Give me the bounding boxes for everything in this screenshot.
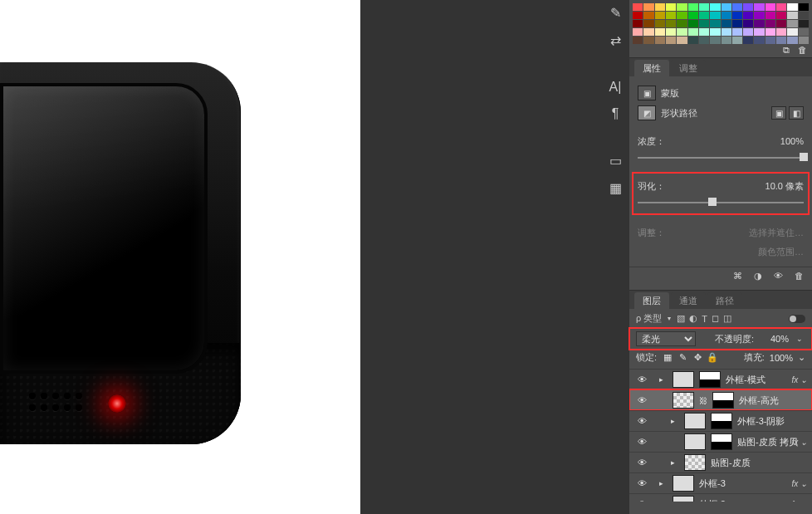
opacity-value[interactable] bbox=[759, 331, 789, 346]
device-body bbox=[0, 62, 241, 444]
properties-panel: 属性 调整 ▣ 蒙版 ◩ 形状路径 ▣ ◧ 浓度： 100% bbox=[629, 58, 812, 291]
tab-properties[interactable]: 属性 bbox=[634, 60, 669, 76]
artwork-preview bbox=[0, 62, 241, 457]
lock-position-icon[interactable]: ✥ bbox=[692, 352, 703, 363]
shape-path-label: 形状路径 bbox=[661, 107, 697, 120]
density-value[interactable]: 100% bbox=[780, 136, 804, 146]
visibility-icon[interactable]: 👁 bbox=[634, 416, 649, 426]
expand-arrow-icon[interactable]: ▸ bbox=[659, 375, 668, 384]
expand-arrow-icon[interactable]: ▸ bbox=[671, 417, 679, 425]
swatches-panel[interactable]: ⧉ 🗑 bbox=[629, 0, 812, 58]
mask-type-icon[interactable]: ▣ bbox=[638, 86, 656, 100]
properties-icon[interactable]: ▭ bbox=[609, 153, 622, 169]
mask-thumbnail[interactable] bbox=[712, 392, 734, 409]
new-swatch-icon[interactable]: ⧉ bbox=[783, 45, 790, 56]
type-icon[interactable]: A| bbox=[609, 80, 622, 95]
layers-tabs: 图层 通道 路径 bbox=[629, 291, 812, 309]
layer-thumbnail[interactable] bbox=[673, 371, 694, 388]
tab-info[interactable]: 调整 bbox=[671, 60, 706, 76]
refine-edge-button[interactable]: 选择并遮住… bbox=[749, 223, 804, 242]
lock-image-icon[interactable]: ✎ bbox=[677, 352, 688, 363]
blend-mode-row-highlight: 柔光 不透明度: ⌄ bbox=[629, 328, 812, 350]
adjust-icon[interactable]: ⇄ bbox=[610, 32, 621, 48]
feather-slider[interactable] bbox=[638, 196, 804, 211]
filter-pixel-icon[interactable]: ▧ bbox=[677, 313, 685, 324]
panel-stack: ⧉ 🗑 属性 调整 ▣ 蒙版 ◩ 形状路径 ▣ ◧ 浓度： bbox=[629, 0, 812, 514]
add-mask-button[interactable]: ◧ bbox=[789, 106, 804, 120]
opacity-label: 不透明度: bbox=[715, 333, 754, 345]
mask-thumbnail[interactable] bbox=[699, 371, 721, 388]
filter-toggle[interactable] bbox=[789, 315, 805, 323]
fx-badge[interactable]: fx ⌄ bbox=[791, 500, 807, 502]
tab-channels[interactable]: 通道 bbox=[671, 292, 706, 309]
mask-thumbnail[interactable] bbox=[711, 433, 732, 450]
layer-row[interactable]: 👁▸外框-3fx ⌄ bbox=[629, 472, 812, 493]
load-selection-icon[interactable]: ⌘ bbox=[733, 271, 742, 281]
brush-icon[interactable]: ✎ bbox=[610, 5, 621, 21]
expand-arrow-icon[interactable]: ▸ bbox=[659, 479, 668, 487]
filter-type-icon[interactable]: T bbox=[702, 314, 707, 324]
visibility-icon[interactable]: 👁 bbox=[634, 478, 649, 488]
fx-badge[interactable]: fx ⌄ bbox=[791, 375, 807, 384]
layer-row[interactable]: 👁▸外框-3-阴影 bbox=[629, 410, 812, 431]
mask-thumbnail[interactable] bbox=[711, 413, 732, 429]
expand-arrow-icon[interactable]: ▸ bbox=[659, 500, 668, 502]
tab-paths[interactable]: 路径 bbox=[707, 292, 742, 309]
filter-shape-icon[interactable]: ◻ bbox=[712, 313, 719, 324]
layers-icon[interactable]: ▦ bbox=[609, 180, 622, 196]
layer-filter-bar: ρ 类型 ▾ ▧ ◐ T ◻ ◫ bbox=[629, 309, 812, 328]
opacity-caret-icon[interactable]: ⌄ bbox=[794, 335, 805, 343]
properties-tabs: 属性 调整 bbox=[629, 58, 812, 76]
color-range-button[interactable]: 颜色范围… bbox=[638, 242, 804, 262]
layer-name[interactable]: 外框-高光 bbox=[739, 394, 812, 407]
density-label: 浓度： bbox=[638, 135, 671, 148]
select-mask-button[interactable]: ▣ bbox=[771, 106, 786, 120]
delete-mask-icon[interactable]: 🗑 bbox=[795, 271, 804, 281]
fill-caret-icon[interactable]: ⌄ bbox=[798, 352, 805, 363]
visibility-icon[interactable]: 👁 bbox=[634, 374, 649, 384]
layer-thumbnail[interactable] bbox=[684, 413, 706, 429]
layer-row[interactable]: 👁⛓外框-高光 bbox=[629, 389, 812, 410]
layer-list[interactable]: 👁▸外框-模式fx ⌄👁⛓外框-高光👁▸外框-3-阴影👁贴图-皮质 拷贝fx ⌄… bbox=[629, 369, 812, 502]
shape-path-icon[interactable]: ◩ bbox=[638, 105, 656, 120]
visibility-icon[interactable]: 👁 bbox=[634, 499, 649, 502]
lock-all-icon[interactable]: 🔒 bbox=[707, 352, 718, 363]
layer-row[interactable]: 👁▸贴图-皮质 bbox=[629, 452, 812, 472]
layer-thumbnail[interactable] bbox=[673, 496, 694, 502]
visibility-icon[interactable]: 👁 bbox=[634, 458, 649, 467]
tab-layers[interactable]: 图层 bbox=[634, 292, 669, 309]
filter-kind[interactable]: ρ 类型 bbox=[636, 312, 662, 325]
visibility-icon[interactable]: 👁 bbox=[634, 437, 649, 447]
apply-mask-icon[interactable]: ◑ bbox=[754, 271, 762, 281]
collapsed-panel-bar: ✎ ⇄ A| ¶ ▭ ▦ bbox=[603, 0, 628, 196]
feather-value[interactable]: 10.0 像素 bbox=[766, 180, 804, 193]
visibility-icon[interactable]: 👁 bbox=[634, 395, 649, 405]
layer-row[interactable]: 👁▸外框-模式fx ⌄ bbox=[629, 369, 812, 389]
filter-kind-caret[interactable]: ▾ bbox=[666, 315, 673, 322]
filter-adjust-icon[interactable]: ◐ bbox=[689, 313, 697, 324]
lock-transparent-icon[interactable]: ▦ bbox=[662, 352, 673, 363]
fill-label: 填充: bbox=[744, 351, 765, 364]
paragraph-icon[interactable]: ¶ bbox=[612, 106, 619, 121]
layer-name[interactable]: 贴图-皮质 bbox=[711, 457, 812, 469]
blend-mode-select[interactable]: 柔光 bbox=[636, 331, 696, 346]
speaker-grill bbox=[29, 393, 84, 413]
layer-name[interactable]: 外框-3-阴影 bbox=[737, 415, 812, 428]
fx-badge[interactable]: fx ⌄ bbox=[791, 438, 807, 447]
layer-thumbnail[interactable] bbox=[673, 392, 694, 409]
expand-arrow-icon[interactable]: ▸ bbox=[671, 458, 679, 467]
fill-value[interactable]: 100% bbox=[770, 353, 793, 363]
layer-row[interactable]: 👁▸外框-2fx ⌄ bbox=[629, 493, 812, 502]
density-slider[interactable] bbox=[638, 151, 804, 166]
layer-thumbnail[interactable] bbox=[684, 433, 706, 450]
filter-smart-icon[interactable]: ◫ bbox=[723, 313, 731, 324]
layer-row[interactable]: 👁贴图-皮质 拷贝fx ⌄ bbox=[629, 431, 812, 452]
mask-label: 蒙版 bbox=[661, 87, 679, 100]
fx-badge[interactable]: fx ⌄ bbox=[791, 479, 807, 488]
toggle-visibility-icon[interactable]: 👁 bbox=[774, 271, 783, 281]
layer-thumbnail[interactable] bbox=[684, 454, 706, 471]
feather-label: 羽化： bbox=[638, 180, 671, 193]
canvas[interactable] bbox=[0, 0, 360, 514]
layer-thumbnail[interactable] bbox=[673, 475, 694, 492]
delete-swatch-icon[interactable]: 🗑 bbox=[798, 45, 807, 56]
